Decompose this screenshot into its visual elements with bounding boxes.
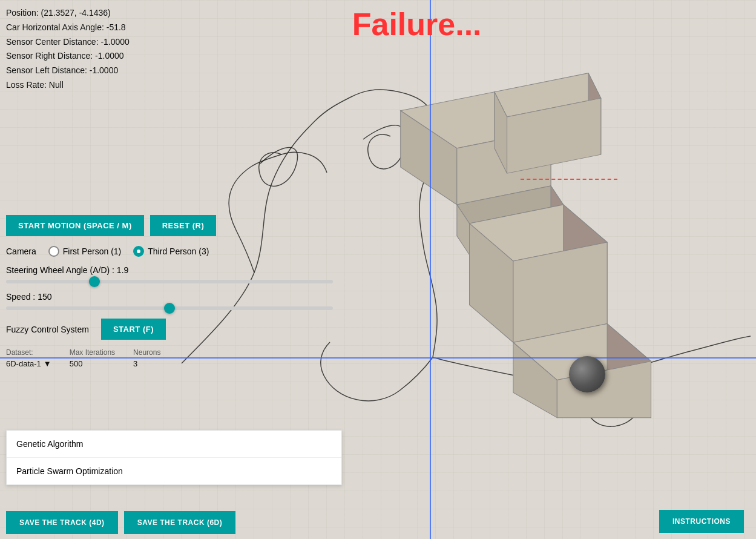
- speed-section: Speed : 150: [6, 292, 345, 310]
- first-person-radio[interactable]: First Person (1): [48, 246, 121, 257]
- dataset-group: Dataset: 6D-data-1 ▼: [6, 348, 51, 368]
- neurons-group: Neurons 3: [133, 348, 160, 368]
- save-track-4d-button[interactable]: SAVE THE TRACK (4D): [6, 511, 118, 534]
- steering-label: Steering Wheel Angle (A/D) : 1.9: [6, 265, 345, 275]
- neurons-value: 3: [133, 359, 160, 368]
- third-person-radio-circle: [133, 246, 144, 257]
- dataset-label: Dataset:: [6, 348, 51, 357]
- fuzzy-start-button[interactable]: START (F): [101, 319, 166, 340]
- third-person-radio[interactable]: Third Person (3): [133, 246, 209, 257]
- camera-row: Camera First Person (1) Third Person (3): [6, 246, 345, 257]
- first-person-radio-circle: [48, 246, 59, 257]
- failure-text: Failure...: [352, 6, 482, 42]
- main-button-row: START MOTION (SPACE / M) RESET (R): [6, 215, 345, 236]
- start-motion-button[interactable]: START MOTION (SPACE / M): [6, 215, 144, 236]
- steering-section: Steering Wheel Angle (A/D) : 1.9: [6, 265, 345, 283]
- max-iter-label: Max Iterations: [70, 348, 115, 357]
- speed-thumb[interactable]: [164, 303, 175, 314]
- red-dashed-line: [521, 179, 617, 180]
- camera-label: Camera: [6, 246, 36, 256]
- reset-button[interactable]: RESET (R): [150, 215, 217, 236]
- steering-slider[interactable]: [6, 280, 333, 283]
- third-person-label: Third Person (3): [148, 246, 209, 256]
- dataset-value: 6D-data-1: [6, 359, 41, 368]
- speed-slider[interactable]: [6, 306, 333, 310]
- block-structure-3d: [369, 61, 732, 424]
- max-iter-group: Max Iterations 500: [70, 348, 115, 368]
- neurons-label: Neurons: [133, 348, 160, 357]
- first-person-label: First Person (1): [63, 246, 121, 256]
- fuzzy-label: Fuzzy Control System: [6, 325, 89, 334]
- speed-label: Speed : 150: [6, 292, 345, 302]
- dataset-row: Dataset: 6D-data-1 ▼ Max Iterations 500 …: [6, 348, 345, 368]
- controls-panel: START MOTION (SPACE / M) RESET (R) Camer…: [6, 215, 345, 374]
- dataset-select[interactable]: 6D-data-1 ▼: [6, 359, 51, 368]
- instructions-button[interactable]: INSTRUCTIONS: [659, 510, 744, 533]
- bottom-bar: SAVE THE TRACK (4D) SAVE THE TRACK (6D) …: [0, 506, 756, 539]
- blue-vertical-line: [430, 0, 431, 539]
- steering-thumb[interactable]: [89, 276, 100, 287]
- max-iter-value: 500: [70, 359, 115, 368]
- save-track-6d-button[interactable]: SAVE THE TRACK (6D): [124, 511, 236, 534]
- car-sphere: [569, 356, 605, 392]
- dataset-dropdown-arrow: ▼: [44, 359, 51, 368]
- fuzzy-row: Fuzzy Control System START (F): [6, 319, 345, 340]
